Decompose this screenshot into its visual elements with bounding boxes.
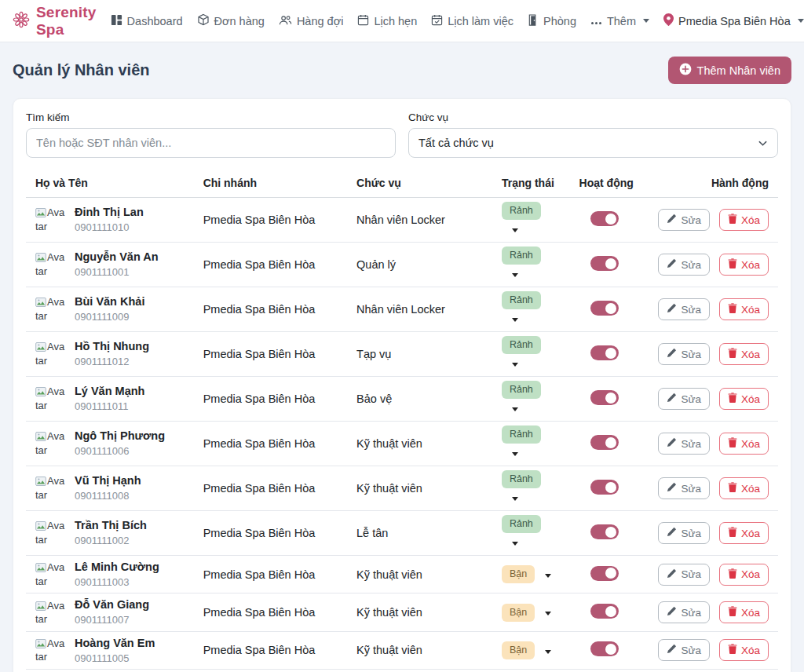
branch-selector[interactable]: Pmedia Spa Biên Hòa bbox=[663, 13, 804, 28]
edit-button[interactable]: Sửa bbox=[658, 477, 710, 499]
staff-role: Kỹ thuật viên bbox=[347, 422, 492, 466]
staff-phone: 0901111003 bbox=[75, 575, 159, 590]
status-badge: Rảnh bbox=[502, 202, 541, 220]
delete-button[interactable]: Xóa bbox=[719, 388, 769, 410]
edit-button[interactable]: Sửa bbox=[658, 522, 710, 544]
staff-phone: 0901111008 bbox=[75, 489, 141, 503]
avatar-broken-image: Avatar bbox=[35, 385, 67, 412]
active-toggle[interactable] bbox=[590, 345, 619, 360]
active-toggle[interactable] bbox=[590, 480, 619, 495]
status-dropdown-button[interactable] bbox=[538, 565, 556, 583]
location-pin-icon bbox=[663, 13, 674, 28]
pencil-icon bbox=[667, 348, 677, 360]
trash-icon bbox=[728, 214, 737, 226]
delete-button[interactable]: Xóa bbox=[719, 209, 769, 231]
active-toggle[interactable] bbox=[590, 641, 619, 656]
main-nav: Dashboard Đơn hàng Hàng đợi Lịch hẹn Lịc… bbox=[111, 13, 649, 28]
active-toggle[interactable] bbox=[590, 211, 619, 226]
delete-button[interactable]: Xóa bbox=[719, 564, 769, 586]
staff-branch: Pmedia Spa Biên Hòa bbox=[194, 377, 347, 422]
chevron-down-icon bbox=[643, 19, 649, 23]
trash-icon bbox=[728, 527, 737, 539]
staff-role: Nhân viên Locker bbox=[347, 198, 492, 243]
staff-role: Bảo vệ bbox=[347, 377, 492, 422]
active-toggle[interactable] bbox=[590, 566, 619, 581]
nav-item-dashboard[interactable]: Dashboard bbox=[111, 14, 183, 28]
trash-icon bbox=[728, 258, 737, 271]
active-toggle[interactable] bbox=[590, 301, 619, 316]
chevron-down-icon bbox=[512, 452, 518, 456]
edit-button[interactable]: Sửa bbox=[658, 254, 710, 276]
nav-item-rooms[interactable]: Phòng bbox=[528, 14, 576, 28]
staff-role: Lễ tân bbox=[347, 511, 492, 556]
edit-button[interactable]: Sửa bbox=[658, 639, 710, 661]
navbar-right: Pmedia Spa Biên Hòa A bbox=[663, 7, 804, 35]
pencil-icon bbox=[667, 303, 677, 316]
pencil-icon bbox=[667, 258, 677, 271]
edit-button[interactable]: Sửa bbox=[658, 433, 710, 455]
status-badge: Rảnh bbox=[502, 291, 541, 309]
staff-phone: 0901111005 bbox=[75, 652, 155, 666]
status-dropdown-button[interactable] bbox=[505, 354, 523, 372]
status-dropdown-button[interactable] bbox=[505, 399, 523, 417]
status-dropdown-button[interactable] bbox=[505, 444, 523, 462]
brand-link[interactable]: Serenity Spa bbox=[13, 4, 97, 38]
nav-item-appointments[interactable]: Lịch hẹn bbox=[357, 14, 417, 28]
delete-button[interactable]: Xóa bbox=[719, 343, 769, 365]
nav-item-more[interactable]: Thêm bbox=[590, 15, 649, 27]
people-icon bbox=[279, 14, 292, 28]
table-row: Avatar Lê Minh Cường 0901111003 Pmedia S… bbox=[26, 556, 778, 593]
nav-item-orders[interactable]: Đơn hàng bbox=[197, 13, 265, 28]
active-toggle[interactable] bbox=[590, 256, 619, 271]
delete-button[interactable]: Xóa bbox=[719, 433, 769, 455]
table-row: Avatar Ngô Thị Phương 0901111006 Pmedia … bbox=[26, 422, 778, 466]
staff-name: Lê Minh Cường bbox=[75, 560, 159, 575]
chevron-down-icon bbox=[545, 650, 551, 654]
status-dropdown-button[interactable] bbox=[505, 265, 523, 283]
search-input[interactable] bbox=[26, 128, 396, 158]
trash-icon bbox=[728, 482, 737, 495]
edit-button[interactable]: Sửa bbox=[658, 564, 710, 586]
table-row: Avatar Trần Thị Bích 0901111002 Pmedia S… bbox=[26, 511, 778, 556]
pencil-icon bbox=[667, 482, 677, 495]
active-toggle[interactable] bbox=[590, 604, 619, 619]
staff-card: Tìm kiếm Chức vụ Tất cả chức vụ bbox=[13, 98, 791, 672]
trash-icon bbox=[728, 348, 737, 360]
delete-button[interactable]: Xóa bbox=[719, 639, 769, 661]
status-dropdown-button[interactable] bbox=[538, 603, 556, 621]
delete-button[interactable]: Xóa bbox=[719, 522, 769, 544]
edit-button[interactable]: Sửa bbox=[658, 388, 710, 410]
edit-button[interactable]: Sửa bbox=[658, 601, 710, 623]
staff-branch: Pmedia Spa Biên Hòa bbox=[194, 466, 347, 511]
role-filter-select[interactable]: Tất cả chức vụ bbox=[408, 128, 778, 158]
status-dropdown-button[interactable] bbox=[505, 309, 523, 327]
status-dropdown-button[interactable] bbox=[538, 641, 556, 659]
status-dropdown-button[interactable] bbox=[505, 533, 523, 551]
avatar-broken-image: Avatar bbox=[35, 519, 67, 546]
staff-phone: 0901111002 bbox=[75, 534, 147, 548]
status-dropdown-button[interactable] bbox=[505, 220, 523, 238]
nav-item-queue[interactable]: Hàng đợi bbox=[279, 14, 344, 28]
avatar-broken-image: Avatar bbox=[35, 250, 67, 278]
active-toggle[interactable] bbox=[590, 390, 619, 405]
active-toggle[interactable] bbox=[590, 524, 619, 539]
staff-phone: 0901111011 bbox=[75, 400, 144, 414]
status-dropdown-button[interactable] bbox=[505, 488, 523, 506]
nav-item-schedule[interactable]: Lịch làm việc bbox=[431, 14, 513, 28]
edit-button[interactable]: Sửa bbox=[658, 343, 710, 365]
pencil-icon bbox=[667, 527, 677, 539]
edit-button[interactable]: Sửa bbox=[658, 298, 710, 320]
active-toggle[interactable] bbox=[590, 435, 619, 450]
door-icon bbox=[528, 14, 539, 28]
table-row: Avatar Đỗ Văn Giang 0901111007 Pmedia Sp… bbox=[26, 593, 778, 631]
avatar-broken-image: Avatar bbox=[35, 637, 67, 664]
pencil-icon bbox=[667, 214, 677, 226]
add-staff-button[interactable]: Thêm Nhân viên bbox=[668, 57, 791, 84]
avatar-broken-image: Avatar bbox=[35, 295, 67, 323]
delete-button[interactable]: Xóa bbox=[719, 298, 769, 320]
edit-button[interactable]: Sửa bbox=[658, 209, 710, 231]
delete-button[interactable]: Xóa bbox=[719, 254, 769, 276]
delete-button[interactable]: Xóa bbox=[719, 601, 769, 623]
delete-button[interactable]: Xóa bbox=[719, 477, 769, 499]
brand-name: Serenity Spa bbox=[36, 4, 97, 38]
